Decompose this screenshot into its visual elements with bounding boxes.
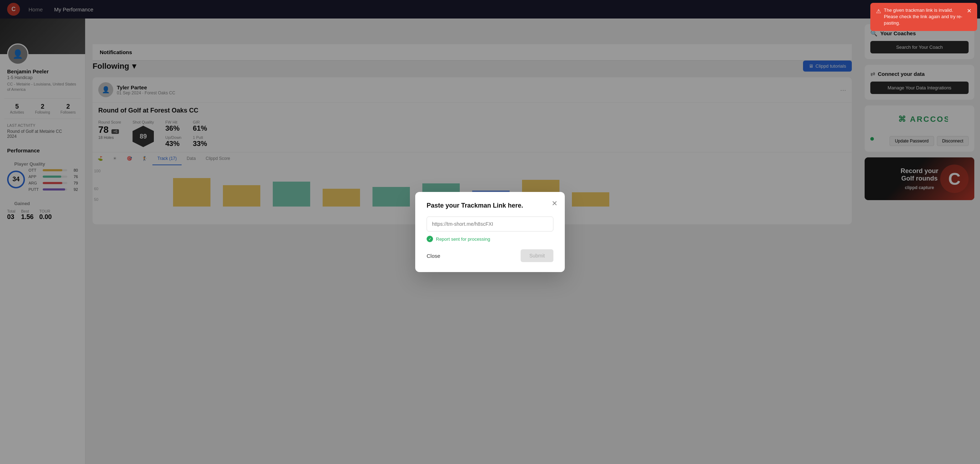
error-toast: ⚠ The given trackman link is invalid. Pl… xyxy=(870,3,977,31)
trackman-modal: Paste your Trackman Link here. ✕ ✓ Repor… xyxy=(415,192,565,272)
success-text: Report sent for processing xyxy=(436,237,490,242)
modal-actions: Close Submit xyxy=(426,249,554,262)
success-icon: ✓ xyxy=(426,236,433,242)
modal-close-button[interactable]: Close xyxy=(426,253,440,259)
modal-submit-button[interactable]: Submit xyxy=(520,249,554,262)
warning-icon: ⚠ xyxy=(876,8,881,15)
error-toast-message: The given trackman link is invalid. Plea… xyxy=(884,7,964,27)
modal-overlay: Paste your Trackman Link here. ✕ ✓ Repor… xyxy=(0,0,980,464)
modal-close-x-button[interactable]: ✕ xyxy=(552,199,558,208)
trackman-link-input[interactable] xyxy=(426,216,554,232)
modal-success-message: ✓ Report sent for processing xyxy=(426,236,554,242)
close-toast-button[interactable]: ✕ xyxy=(967,7,972,15)
modal-title: Paste your Trackman Link here. xyxy=(426,202,554,210)
